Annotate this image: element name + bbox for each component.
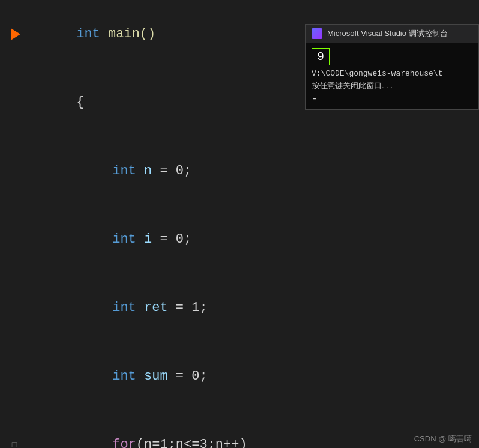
token: int: [112, 163, 136, 178]
footer-text: CSDN @ 噶害噶: [414, 434, 472, 443]
breakpoint-marker: [11, 28, 20, 40]
console-prompt: 按任意键关闭此窗口. . .: [312, 80, 472, 91]
code-line-6: int sum = 0;: [0, 342, 479, 411]
footer: CSDN @ 噶害噶: [414, 434, 472, 444]
token: n: [136, 163, 160, 178]
console-output-number: 9: [312, 48, 330, 65]
token: = 0;: [160, 163, 191, 178]
code-line-4: int i = 0;: [0, 205, 479, 274]
console-path: V:\CODE\gongweis-warehouse\t: [312, 69, 472, 78]
gutter-7: □: [6, 434, 24, 448]
token: int: [112, 232, 136, 247]
code-editor: int main() { int n = 0; int i = 0; int r…: [0, 0, 479, 448]
line-content-6: int sum = 0;: [24, 342, 479, 411]
token: main(): [100, 26, 155, 41]
line-content-4: int i = 0;: [24, 205, 479, 274]
expand-icon-7[interactable]: □: [12, 434, 17, 448]
token: int: [112, 369, 136, 384]
token: ret: [136, 300, 176, 315]
console-body: 9 V:\CODE\gongweis-warehouse\t 按任意键关闭此窗口…: [306, 43, 478, 109]
token: = 0;: [160, 232, 191, 247]
console-popup: Microsoft Visual Studio 调试控制台 9 V:\CODE\…: [305, 24, 479, 110]
token: = 0;: [176, 369, 208, 384]
token: int: [112, 300, 136, 315]
gutter-1: [6, 28, 24, 40]
vs-icon: [312, 28, 322, 39]
code-line-3: int n = 0;: [0, 137, 479, 205]
line-content-5: int ret = 1;: [24, 274, 479, 342]
token: i: [136, 232, 160, 247]
token: = 1;: [176, 300, 208, 315]
code-line-5: int ret = 1;: [0, 274, 479, 342]
console-titlebar: Microsoft Visual Studio 调试控制台: [306, 25, 478, 43]
token: int: [76, 26, 100, 41]
console-cursor: -: [312, 94, 472, 104]
console-title: Microsoft Visual Studio 调试控制台: [327, 28, 448, 39]
token: sum: [136, 369, 176, 384]
token: for: [112, 437, 136, 448]
token: {: [76, 95, 84, 110]
token: (n=1;n<=3;n++): [136, 437, 247, 448]
code-line-7: □ for(n=1;n<=3;n++): [0, 411, 479, 448]
line-content-7: for(n=1;n<=3;n++): [24, 411, 479, 448]
line-content-3: int n = 0;: [24, 137, 479, 205]
